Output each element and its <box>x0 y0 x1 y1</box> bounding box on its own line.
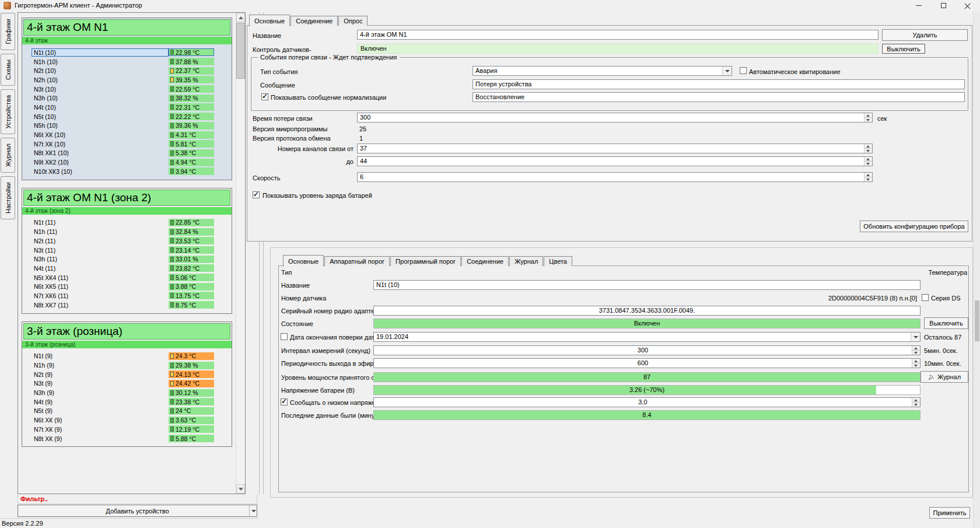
normalization-message-input[interactable]: Восстановление <box>473 92 965 102</box>
device-list-scrollbar[interactable] <box>236 13 245 494</box>
spin-down-icon[interactable] <box>864 148 872 153</box>
loss-time-spinner[interactable]: 300 <box>357 113 873 123</box>
sensor-row[interactable]: N6t ХК5 (11)3.88 °C <box>22 282 232 291</box>
scrollbar-thumb[interactable] <box>975 300 979 341</box>
spin-up-icon[interactable] <box>912 398 920 402</box>
spin-down-icon[interactable] <box>864 177 872 181</box>
sensor-row[interactable]: N8t ХК7 (11)8.75 °C <box>22 300 232 310</box>
speed-spinner[interactable]: 6 <box>357 172 873 182</box>
show-battery-checkbox[interactable] <box>253 191 260 198</box>
sensor-row[interactable]: N3t (11)23.14 °C <box>22 246 232 255</box>
sensor-row[interactable]: N6t ХК (9)3.63 °C <box>22 415 232 425</box>
sensor-row[interactable]: N2t (9)24.13 °C <box>22 370 232 379</box>
radio-serial-input[interactable]: 3731.0847.3534.3633.001F.0049. <box>373 306 921 316</box>
tab-journal[interactable]: Журнал <box>1 138 15 173</box>
tab-device-main[interactable]: Основные <box>249 15 290 26</box>
sensor-row[interactable]: N9t ХК2 (10)4.94 °C <box>22 158 232 167</box>
ds-series-checkbox[interactable] <box>922 294 929 301</box>
group-title[interactable]: 4-й этаж ОМ N1 (зона 2) <box>23 190 230 206</box>
minimize-button[interactable] <box>907 0 931 11</box>
sensor-row[interactable]: N2t (11)23.53 °C <box>22 236 232 246</box>
air-period-spinner[interactable]: 600 <box>373 358 921 368</box>
spin-up-icon[interactable] <box>912 359 920 363</box>
low-battery-checkbox[interactable] <box>281 398 288 405</box>
tab-sensor-main[interactable]: Основные <box>283 255 324 267</box>
low-battery-spinner[interactable]: 3,0 <box>373 397 921 407</box>
update-config-button[interactable]: Обновить конфигурацию прибора <box>860 221 968 232</box>
delete-device-button[interactable]: Удалить <box>882 29 968 41</box>
tab-software-threshold[interactable]: Программный порог <box>390 256 461 266</box>
sensor-row[interactable]: N4t (10)22.31 °C <box>22 103 232 112</box>
filter-label[interactable]: Фильтр.. <box>18 495 257 504</box>
spin-down-icon[interactable] <box>912 350 920 355</box>
apply-button[interactable]: Применить <box>929 507 970 519</box>
spin-up-icon[interactable] <box>864 157 872 161</box>
sensor-row[interactable]: N1t (11)22.85 °C <box>22 218 232 228</box>
tab-device-connection[interactable]: Соединение <box>290 16 338 26</box>
tab-schemes[interactable]: Схемы <box>1 54 15 86</box>
sensor-row[interactable]: N5t (9)24 °C <box>22 407 232 416</box>
tab-hardware-threshold[interactable]: Аппаратный порог <box>324 256 390 266</box>
spin-down-icon[interactable] <box>864 117 872 122</box>
maximize-button[interactable] <box>931 0 956 11</box>
sensor-row[interactable]: N4t (11)23.82 °C <box>22 264 232 273</box>
loss-message-input[interactable]: Потеря устройства <box>473 79 965 89</box>
sensor-row[interactable]: N8t ХК (9)5.88 °C <box>22 434 232 443</box>
sensor-row[interactable]: N1t (10)22.98 °C <box>22 48 232 57</box>
tab-graphs[interactable]: Графики <box>1 13 15 50</box>
channel-from-spinner[interactable]: 37 <box>357 144 873 153</box>
journal-button[interactable]: Журнал <box>921 371 968 383</box>
scroll-up-icon[interactable] <box>236 13 245 22</box>
sensor-row[interactable]: N3h (11)33.01 % <box>22 254 232 264</box>
spin-up-icon[interactable] <box>912 346 920 350</box>
sensor-row[interactable]: N5h (10)39.36 % <box>22 121 232 131</box>
device-name-input[interactable]: 4-й этаж ОМ N1 <box>357 30 878 40</box>
sensor-row[interactable]: N10t ХК3 (10)3.94 °C <box>22 167 232 176</box>
auto-ack-checkbox[interactable] <box>740 67 747 74</box>
window-scrollbar[interactable] <box>973 11 980 528</box>
sensor-row[interactable]: N2h (10)39.35 % <box>22 75 232 85</box>
channel-to-spinner[interactable]: 44 <box>357 156 873 166</box>
sensor-row[interactable]: N3h (9)30.12 % <box>22 388 232 397</box>
event-type-combo[interactable]: Авария <box>473 66 732 76</box>
disable-sensor-button[interactable]: Выключить <box>924 317 968 329</box>
tab-devices[interactable]: Устройства <box>1 89 15 135</box>
chevron-down-icon[interactable] <box>722 67 732 75</box>
scroll-down-icon[interactable] <box>236 484 245 494</box>
sensor-row[interactable]: N3h (10)38.32 % <box>22 93 232 103</box>
sensor-row[interactable]: N7t ХК (10)5.81 °C <box>22 139 232 149</box>
spin-up-icon[interactable] <box>864 144 872 148</box>
group-title[interactable]: 3-й этаж (розница) <box>23 323 230 340</box>
sensor-row[interactable]: N5t (10)22.22 °C <box>22 112 232 121</box>
interval-spinner[interactable]: 300 <box>373 345 921 355</box>
tab-sensor-journal[interactable]: Журнал <box>509 256 543 266</box>
group-title[interactable]: 4-й этаж ОМ N1 <box>23 19 230 36</box>
scrollbar-thumb[interactable] <box>236 23 245 79</box>
verification-date-checkbox[interactable] <box>281 333 288 340</box>
sensor-row[interactable]: N7t ХК6 (11)13.75 °C <box>22 291 232 300</box>
sensor-name-input[interactable]: N1t (10) <box>373 280 921 290</box>
sensor-row[interactable]: N1h (9)29.38 % <box>22 361 232 370</box>
chevron-down-icon[interactable] <box>911 333 920 341</box>
add-device-button[interactable]: Добавить устройство <box>18 505 257 517</box>
sensor-row[interactable]: N1h (11)32.84 % <box>22 227 232 236</box>
tab-settings[interactable]: Настройки <box>1 176 15 219</box>
tab-device-poll[interactable]: Опрос <box>338 16 368 26</box>
sensor-row[interactable]: N8t ХК1 (10)5.38 °C <box>22 149 232 158</box>
spin-up-icon[interactable] <box>864 113 872 117</box>
sensor-row[interactable]: N1t (9)24.3 °C <box>22 352 232 361</box>
sensor-row[interactable]: N1h (10)37.88 % <box>22 57 232 67</box>
spin-up-icon[interactable] <box>864 173 872 177</box>
disable-control-button[interactable]: Выключить <box>882 44 925 54</box>
sensor-row[interactable]: N3t (10)22.59 °C <box>22 85 232 94</box>
sensor-row[interactable]: N4t (9)23.38 °C <box>22 397 232 407</box>
spin-down-icon[interactable] <box>912 363 920 368</box>
spin-down-icon[interactable] <box>912 402 920 407</box>
tab-sensor-connection[interactable]: Соединение <box>461 256 509 266</box>
verification-date-combo[interactable]: 19.01.2024 <box>373 332 921 342</box>
chevron-down-icon[interactable] <box>249 505 257 516</box>
sensor-row[interactable]: N5t ХК4 (11)5.06 °C <box>22 273 232 282</box>
spin-down-icon[interactable] <box>864 161 872 166</box>
sensor-row[interactable]: N7t ХК (9)12.19 °C <box>22 425 232 434</box>
sensor-row[interactable]: N3t (9)24.42 °C <box>22 379 232 389</box>
